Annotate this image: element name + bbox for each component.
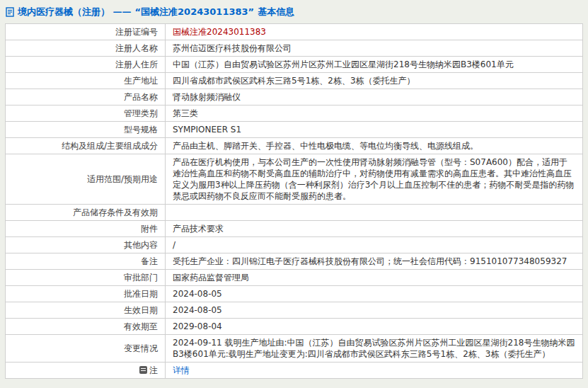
row-value: 国家药品监督管理局 xyxy=(166,270,583,286)
row-value: 产品在医疗机构使用，与本公司生产的一次性使用肾动脉射频消融导管（型号：S07A6… xyxy=(166,154,583,205)
row-value: 第三类 xyxy=(166,105,583,122)
table-row: 备注受托生产企业：四川锦江电子医疗器械科技股份有限公司；统一社会信用代码：915… xyxy=(6,253,583,270)
row-value: 中国（江苏）自由贸易试验区苏州片区苏州工业园区星湖街218号生物纳米园B3楼60… xyxy=(166,57,583,73)
row-label: 附件 xyxy=(6,221,166,237)
row-label: 适用范围/预期用途 xyxy=(6,154,166,205)
table-row: 批准日期2024-08-05 xyxy=(6,286,583,302)
row-label: 备注 xyxy=(6,253,166,270)
row-label: 注册人住所 xyxy=(6,57,166,73)
row-value: 2024-08-05 xyxy=(166,286,583,302)
detail-link[interactable]: 详情 xyxy=(173,365,190,375)
row-value: 国械注准20243011383 xyxy=(166,24,583,40)
table-row: 附件产品技术要求 xyxy=(6,221,583,237)
table-row: 生效日期2024-08-05 xyxy=(6,302,583,319)
row-label: 注册人名称 xyxy=(6,40,166,57)
document-icon xyxy=(6,7,14,17)
title-registration-number: “国械注准20243011383” xyxy=(135,6,255,18)
row-label: 产品储存条件及有效期 xyxy=(6,205,166,221)
row-value xyxy=(166,205,583,221)
title-suffix: 基本信息 xyxy=(258,6,294,18)
row-label: 批准日期 xyxy=(6,286,166,302)
table-row: 审批部门国家药品监督管理局 xyxy=(6,270,583,286)
table-row: 注册证编号国械注准20243011383 xyxy=(6,24,583,40)
row-label: 型号规格 xyxy=(6,122,166,138)
row-label: 产品名称 xyxy=(6,89,166,105)
table-row: 管理类别第三类 xyxy=(6,105,583,122)
table-row: 结构及组成/主要组成成分产品由主机、脚踏开关、手控器、中性电极电缆、等电位均衡导… xyxy=(6,138,583,154)
page-title: 境内医疗器械（注册） —— “国械注准20243011383” 基本信息 xyxy=(5,4,583,23)
table-row: 有效期至2029-08-04 xyxy=(6,319,583,335)
row-label: 结构及组成/主要组成成分 xyxy=(6,138,166,154)
note-icon xyxy=(139,366,147,374)
table-row: 变更情况2024-09-11 载明生产地址由:中国（江苏）自由贸易试验区苏州片区… xyxy=(6,335,583,363)
table-row: 生产地址四川省成都市武侯区武科东三路5号1栋、2栋、3栋（委托生产） xyxy=(6,73,583,89)
table-row: 产品储存条件及有效期 xyxy=(6,205,583,221)
table-row: 其他内容/ xyxy=(6,237,583,253)
table-row: 产品名称肾动脉射频消融仪 xyxy=(6,89,583,105)
row-value: 受托生产企业：四川锦江电子医疗器械科技股份有限公司；统一社会信用代码：91510… xyxy=(166,253,583,270)
row-label: 有效期至 xyxy=(6,319,166,335)
row-value: 产品技术要求 xyxy=(166,221,583,237)
title-prefix: 境内医疗器械（注册） —— xyxy=(18,6,132,18)
row-value: 2024-09-11 载明生产地址由:中国（江苏）自由贸易试验区苏州片区苏州工业… xyxy=(166,335,583,363)
row-value: SYMPIONEER S1 xyxy=(166,122,583,138)
row-value: 2029-08-04 xyxy=(166,319,583,335)
row-label: 变更情况 xyxy=(6,335,166,363)
table-row: 注册人住所中国（江苏）自由贸易试验区苏州片区苏州工业园区星湖街218号生物纳米园… xyxy=(6,57,583,73)
row-label: 注 xyxy=(6,363,166,379)
row-label: 审批部门 xyxy=(6,270,166,286)
row-value: 苏州信迈医疗科技股份有限公司 xyxy=(166,40,583,57)
row-label: 生产地址 xyxy=(6,73,166,89)
table-body: 注册证编号国械注准20243011383注册人名称苏州信迈医疗科技股份有限公司注… xyxy=(6,24,583,379)
page: 境内医疗器械（注册） —— “国械注准20243011383” 基本信息 注册证… xyxy=(0,0,588,379)
row-value: 肾动脉射频消融仪 xyxy=(166,89,583,105)
table-row: 适用范围/预期用途产品在医疗机构使用，与本公司生产的一次性使用肾动脉射频消融导管… xyxy=(6,154,583,205)
row-value: 详情 xyxy=(166,363,583,379)
row-value: / xyxy=(166,237,583,253)
row-value: 产品由主机、脚踏开关、手控器、中性电极电缆、等电位均衡导线、电源线组成。 xyxy=(166,138,583,154)
row-label: 管理类别 xyxy=(6,105,166,122)
table-row: 型号规格SYMPIONEER S1 xyxy=(6,122,583,138)
row-label: 注册证编号 xyxy=(6,24,166,40)
row-label: 其他内容 xyxy=(6,237,166,253)
registration-info-table: 注册证编号国械注准20243011383注册人名称苏州信迈医疗科技股份有限公司注… xyxy=(5,23,583,379)
row-label: 生效日期 xyxy=(6,302,166,319)
table-row: 注详情 xyxy=(6,363,583,379)
table-row: 注册人名称苏州信迈医疗科技股份有限公司 xyxy=(6,40,583,57)
row-value: 四川省成都市武侯区武科东三路5号1栋、2栋、3栋（委托生产） xyxy=(166,73,583,89)
row-value: 2024-08-05 xyxy=(166,302,583,319)
